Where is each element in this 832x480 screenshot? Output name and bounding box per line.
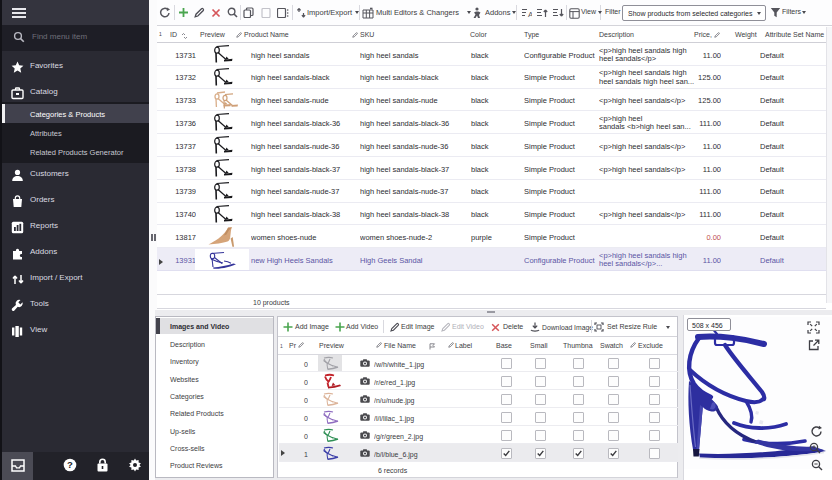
svg-text:A: A xyxy=(528,10,532,18)
svg-text:?: ? xyxy=(67,459,73,470)
